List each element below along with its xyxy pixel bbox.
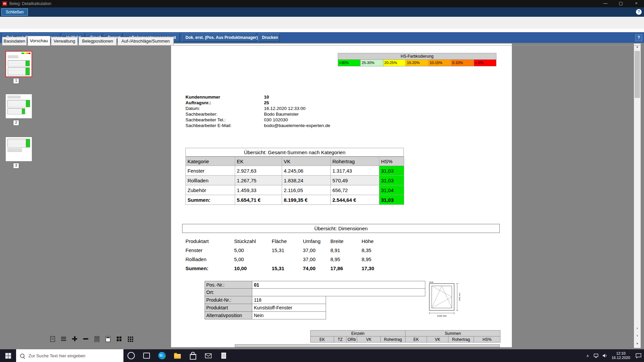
cell: 5.654,71 €	[235, 195, 282, 205]
toolbar-help-icon[interactable]: ?	[635, 34, 642, 41]
cell: 15,31	[272, 246, 303, 255]
tab-basisdaten[interactable]: Basisdaten	[2, 37, 27, 45]
einzeln-summen-table: Einzeln Summen EK TZ ORb VK Rohertrag EK…	[310, 330, 500, 343]
drucken-button[interactable]: Drucken	[258, 34, 280, 42]
cell: 17,86	[330, 264, 362, 273]
cortana-button[interactable]	[123, 349, 139, 362]
hs-cell: 31,04	[379, 185, 404, 195]
tab-verwaltung[interactable]: Verwaltung	[51, 37, 78, 45]
close-button[interactable]: ×	[629, 0, 644, 7]
scroll-up-button[interactable]: ▲	[634, 44, 641, 50]
search-icon	[20, 354, 24, 358]
edge-taskbar-button[interactable]	[154, 349, 170, 362]
tab-auf-abschlaege-summen[interactable]: Auf-/Abschläge/Summen	[117, 37, 174, 45]
cell: 2.927,63	[235, 166, 282, 176]
continuous-view-icon[interactable]	[61, 336, 67, 342]
page-full-view-icon[interactable]	[105, 336, 111, 342]
table-row: Rollladen 1.267,75 1.838,24 570,49 31,03	[186, 176, 404, 185]
zoom-in-icon[interactable]	[72, 336, 78, 342]
preview-controls	[50, 335, 133, 343]
task-view-button[interactable]	[139, 349, 154, 362]
start-button[interactable]	[0, 349, 16, 362]
cell: Umfang	[303, 237, 330, 246]
cell: 1.838,24	[282, 176, 331, 185]
previous-page-button[interactable]: ∧	[634, 325, 641, 332]
customer-info: Kundennummer10 Auftragsnr.:25 Datum:16.1…	[185, 94, 330, 128]
cell: 5,00	[234, 255, 272, 264]
cell: 8,35	[362, 246, 392, 255]
cell: 5,00	[234, 246, 272, 255]
cell: 118	[252, 296, 326, 304]
vertical-scrollbar[interactable]: ▲ ∧ ∨ ▼	[634, 44, 641, 348]
cell: 8,95	[330, 255, 362, 264]
cell: Summen:	[185, 264, 234, 273]
maximize-button[interactable]: ▢	[613, 0, 629, 7]
taskbar-search[interactable]	[16, 349, 123, 362]
cell: Fenster	[186, 166, 235, 176]
info-row: Datum:16.12.2020 12:33:00	[185, 106, 330, 111]
cell: Fenster	[185, 246, 234, 255]
cortana-icon	[127, 352, 135, 359]
dok-erst-produktmanager-button[interactable]: Dok. erst. (Pos. Aus Produktmanager)	[182, 34, 256, 42]
system-tray: ∧ 12:33 16.12.2020	[584, 349, 644, 362]
volume-icon[interactable]	[600, 349, 609, 362]
cell: 37,00	[303, 255, 330, 264]
page-thumbnail-2[interactable]	[5, 94, 32, 119]
legend-cell: < 0%	[474, 60, 496, 66]
zoom-out-icon[interactable]	[83, 336, 89, 342]
info-row: Sachbearbeiter:Bodo Baumeister	[185, 111, 330, 117]
cell: Rollladen	[186, 176, 235, 185]
legend-title: HS-Farbkodierung	[338, 53, 496, 60]
position-row: Produktart Kunststoff-Fenster	[205, 304, 425, 312]
page-number-2[interactable]: 2	[13, 120, 19, 126]
cell: Produktart	[185, 237, 234, 246]
page-number-1[interactable]: 1	[13, 78, 19, 84]
tab-belegpositionen[interactable]: Belegpositionen	[78, 37, 117, 45]
cell: VK	[427, 337, 448, 343]
window-titlebar: m Beleg: Detailkalkulation — ▢ ×	[0, 0, 644, 7]
page-thumbnail-3[interactable]	[5, 137, 32, 162]
thumbnail-content	[21, 53, 31, 54]
page-thumbnail-1[interactable]	[5, 51, 32, 77]
table-header-row: Produktart Stückzahl Fläche Umfang Breit…	[185, 237, 392, 246]
cell: EK	[406, 337, 427, 343]
document-app-button[interactable]	[216, 349, 231, 362]
scrollbar-thumb[interactable]	[635, 51, 640, 98]
tab-vorschau[interactable]: Vorschau	[28, 36, 50, 46]
search-input[interactable]	[28, 353, 116, 359]
store-button[interactable]	[185, 349, 201, 362]
svg-text:RAE: RAE	[429, 281, 433, 283]
cell: EK	[311, 337, 334, 343]
file-explorer-button[interactable]	[170, 349, 185, 362]
grid-3x3-view-icon[interactable]	[127, 336, 133, 342]
cell: 570,49	[331, 176, 379, 185]
next-page-button[interactable]: ∨	[634, 333, 641, 339]
legend-cell: 15-20%	[406, 60, 428, 66]
tray-expand-icon[interactable]: ∧	[584, 354, 592, 358]
network-icon[interactable]	[592, 349, 600, 362]
page-text-view-icon[interactable]	[94, 336, 100, 342]
thumbnail-content	[8, 56, 18, 59]
mail-button[interactable]	[201, 349, 216, 362]
grid-2x2-view-icon[interactable]	[116, 336, 122, 342]
page-number-3[interactable]: 3	[13, 163, 19, 169]
summary-table-title: Übersicht: Gesamt-Summen nach Kategorien	[185, 148, 404, 157]
info-row: Kundennummer10	[185, 94, 330, 100]
tray-time: 12:33	[609, 351, 633, 356]
summary-table: Übersicht: Gesamt-Summen nach Kategorien…	[185, 148, 404, 205]
info-row: Sachbearbeiter Tel.:030 102030	[185, 117, 330, 123]
help-icon[interactable]: ?	[636, 9, 642, 15]
minimize-button[interactable]: —	[598, 0, 613, 7]
taskbar-clock[interactable]: 12:33 16.12.2020	[609, 351, 633, 360]
hs-cell: 31,03	[379, 166, 404, 176]
cell: 15,31	[272, 264, 303, 273]
schliessen-button[interactable]: Schließen	[1, 8, 28, 16]
legend-cell: >30%	[338, 60, 361, 66]
window-title: Beleg: Detailkalkulation	[9, 0, 51, 7]
table-header-row: Kategorie EK VK Rohertrag HS%	[186, 157, 404, 166]
thumbnail-content	[7, 148, 22, 152]
scroll-down-button[interactable]: ▼	[634, 341, 641, 347]
position-row: Ort:	[205, 289, 425, 296]
single-page-view-icon[interactable]	[50, 336, 56, 342]
action-center-button[interactable]	[633, 349, 644, 362]
